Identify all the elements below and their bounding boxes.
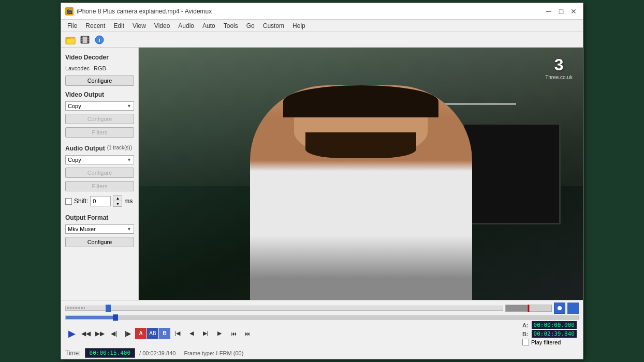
close-button[interactable]: ✕ [568, 6, 579, 17]
fwd-step-button[interactable]: ⏭ [241, 327, 254, 340]
b-marker-row: B: 00:02:39.840 [522, 330, 577, 338]
svg-text:i: i [98, 37, 100, 43]
shift-increment[interactable]: ▲ [113, 196, 122, 201]
audio-output-value: Copy [68, 157, 81, 163]
beard [305, 132, 417, 158]
a-marker-row: A: 00:00:00.000 [522, 321, 577, 329]
video-output-dropdown[interactable]: Copy ▼ [65, 101, 134, 111]
menu-video[interactable]: Video [150, 21, 174, 31]
open-file-button[interactable] [64, 34, 77, 46]
a-time: 00:00:00.000 [532, 321, 577, 329]
maximize-button[interactable]: □ [556, 6, 566, 17]
svg-rect-5 [81, 41, 82, 43]
play-filtered-row: Play filtered [522, 339, 577, 345]
menu-tools[interactable]: Tools [219, 21, 242, 31]
frame-type: Frame type: I-FRM (00) [184, 350, 243, 356]
decoder-info: Lavcodec RGB [65, 65, 134, 71]
set-b-button[interactable]: B [159, 328, 170, 339]
decoder-configure-button[interactable]: Configure [65, 76, 134, 86]
window-controls: ─ □ ✕ [544, 6, 579, 17]
tv [463, 123, 561, 224]
scrub-bar-row [65, 303, 579, 314]
sidebar: Video Decoder Lavcodec RGB Configure Vid… [61, 48, 139, 300]
title-bar: 🎬 iPhone 8 Plus camera explained.mp4 - A… [61, 3, 583, 20]
svg-rect-8 [87, 41, 89, 43]
progress-marker [113, 314, 118, 321]
progress-fill [66, 316, 115, 319]
window-title: iPhone 8 Plus camera explained.mp4 - Avi… [77, 8, 544, 15]
volume-slider[interactable] [505, 305, 552, 312]
scrub-position-marker [106, 305, 111, 312]
audio-output-header: Audio Output (1 track(s)) [65, 143, 134, 152]
next-frame-button[interactable]: |▶ [121, 327, 135, 340]
menu-audio[interactable]: Audio [174, 21, 198, 31]
shift-spinbox[interactable]: 0 [90, 196, 111, 206]
play-filtered-checkbox[interactable] [522, 339, 529, 345]
decoder-colorspace: RGB [94, 65, 106, 71]
audio-filters-button[interactable]: Filters [65, 181, 134, 191]
scrub-bar[interactable] [65, 306, 503, 311]
menu-auto[interactable]: Auto [198, 21, 219, 31]
progress-bar[interactable] [65, 315, 579, 320]
next-scene-button[interactable]: ▶ [213, 327, 226, 340]
output-format-label: Output Format [65, 214, 134, 221]
audio-output-label: Audio Output [65, 145, 105, 152]
app-icon: 🎬 [65, 7, 74, 16]
prev-frame-button[interactable]: ◀| [107, 327, 121, 340]
video-area: 3 Three.co.uk [139, 48, 583, 300]
next-keyframe-button[interactable]: ▶| [199, 327, 212, 340]
open-recent-button[interactable] [79, 34, 91, 46]
time-label: Time: [65, 350, 81, 357]
shift-decrement[interactable]: ▼ [113, 201, 122, 206]
logo-watermark: 3 Three.co.uk [545, 55, 573, 80]
folder-open-icon [65, 35, 76, 45]
segment-marker[interactable] [567, 303, 579, 314]
output-format-dropdown[interactable]: Mkv Muxer ▼ [65, 224, 134, 234]
video-filters-button[interactable]: Filters [65, 127, 134, 138]
menu-help[interactable]: Help [288, 21, 310, 31]
audio-configure-button[interactable]: Configure [65, 168, 134, 178]
video-configure-button[interactable]: Configure [65, 114, 134, 124]
current-time-display: 00:00:15.400 [85, 348, 135, 358]
ab-segment-button[interactable]: AB [147, 328, 158, 339]
play-button[interactable]: ▶ [65, 327, 79, 340]
audio-shift-row: Shift: 0 ▲ ▼ ms [65, 195, 134, 207]
shift-checkbox[interactable] [65, 198, 72, 205]
menu-go[interactable]: Go [242, 21, 259, 31]
bottom-controls: ▶ ◀◀ ▶▶ ◀| |▶ A AB B |◀ ◀ ▶| [61, 300, 583, 359]
prev-scene-button[interactable]: ◀ [185, 327, 198, 340]
set-a-button[interactable]: A [135, 328, 147, 339]
back-step-button[interactable]: ⏮ [227, 327, 240, 340]
menu-edit[interactable]: Edit [109, 21, 128, 31]
a-label: A: [522, 322, 529, 328]
person-silhouette [250, 85, 472, 300]
video-output-label: Video Output [65, 91, 134, 98]
info-button[interactable]: i [93, 34, 106, 46]
film-icon [80, 35, 90, 45]
logo-url: Three.co.uk [545, 74, 573, 80]
b-label: B: [522, 331, 529, 337]
hair [283, 85, 438, 117]
playback-controls: ▶ ◀◀ ▶▶ ◀| |▶ A AB B |◀ ◀ ▶| [65, 327, 254, 340]
menu-view[interactable]: View [128, 21, 150, 31]
shift-unit: ms [124, 198, 133, 205]
menu-recent[interactable]: Recent [81, 21, 109, 31]
indicator-button[interactable] [554, 303, 565, 314]
shift-label: Shift: [74, 198, 88, 205]
indicator-dot [558, 306, 562, 310]
forward-button[interactable]: ▶▶ [93, 327, 107, 340]
ab-markers: A: 00:00:00.000 B: 00:02:39.840 Play fil… [522, 321, 577, 345]
toolbar: i [61, 32, 583, 48]
format-configure-button[interactable]: Configure [65, 237, 134, 247]
menu-custom[interactable]: Custom [259, 21, 288, 31]
menu-bar: File Recent Edit View Video Audio Auto T… [61, 20, 583, 32]
menu-file[interactable]: File [63, 21, 81, 31]
audio-output-dropdown[interactable]: Copy ▼ [65, 155, 134, 164]
svg-rect-6 [87, 36, 89, 38]
prev-keyframe-button[interactable]: |◀ [171, 327, 184, 340]
minimize-button[interactable]: ─ [544, 6, 554, 17]
volume-indicator [528, 305, 530, 312]
rewind-button[interactable]: ◀◀ [79, 327, 93, 340]
time-row: Time: 00:00:15.400 / 00:02:39.840 Frame … [65, 348, 579, 358]
main-content: Video Decoder Lavcodec RGB Configure Vid… [61, 48, 583, 300]
